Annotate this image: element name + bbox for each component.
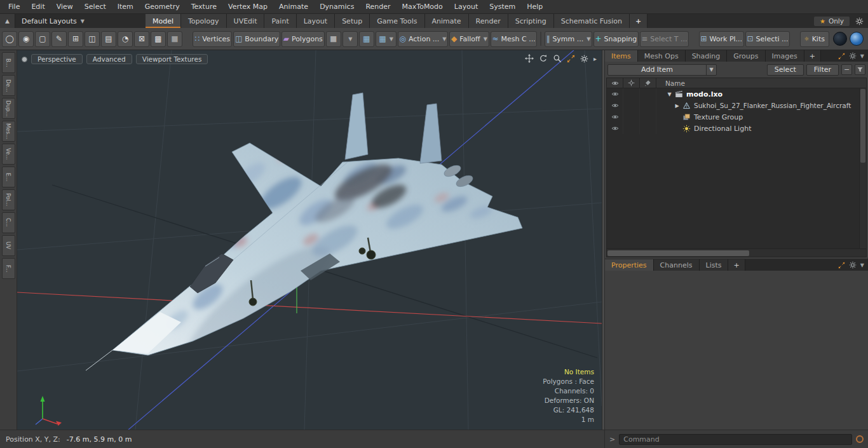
ellipse-tool-icon[interactable]: ◯ bbox=[2, 31, 17, 47]
grid-tool-icon[interactable]: ⊞ bbox=[68, 31, 83, 47]
items-maximize-icon[interactable] bbox=[838, 53, 845, 60]
cube-tool-icon[interactable]: ▢ bbox=[35, 31, 50, 47]
viewport-3d[interactable]: Perspective Advanced Viewport Textures ▸… bbox=[17, 50, 602, 430]
left-tab-deform[interactable]: De... bbox=[2, 75, 15, 96]
disclosure-open-icon[interactable]: ▼ bbox=[665, 92, 674, 97]
tab-animate[interactable]: Animate bbox=[425, 14, 469, 28]
action-center-button[interactable]: ◎Action ...▼ bbox=[398, 31, 447, 47]
item-row-directional-light[interactable]: Directional Light bbox=[607, 123, 866, 134]
left-tab-curves[interactable]: C... bbox=[2, 212, 15, 233]
menu-help[interactable]: Help bbox=[521, 3, 548, 11]
item-label[interactable]: Directional Light bbox=[694, 125, 751, 133]
move-icon[interactable] bbox=[525, 54, 534, 63]
viewport-textures-button[interactable]: Viewport Textures bbox=[136, 54, 208, 64]
tab-uvedit[interactable]: UVEdit bbox=[227, 14, 265, 28]
tab-groups[interactable]: Groups bbox=[727, 50, 765, 62]
uv-map-icon[interactable]: ▦ bbox=[359, 31, 374, 47]
vertices-mode-button[interactable]: ∷Vertices bbox=[193, 31, 232, 47]
polygons-mode-button[interactable]: ▰Polygons bbox=[281, 31, 325, 47]
select-through-button[interactable]: ≡Select T ... bbox=[640, 31, 689, 47]
su27-model[interactable] bbox=[86, 93, 522, 379]
tab-topology[interactable]: Topology bbox=[181, 14, 227, 28]
disclosure-closed-icon[interactable]: ▶ bbox=[673, 103, 681, 109]
visibility-column-icon[interactable] bbox=[607, 78, 623, 88]
filter-funnel-button[interactable] bbox=[855, 64, 865, 75]
shading-mode-button[interactable]: Advanced bbox=[86, 54, 132, 64]
left-tab-edge[interactable]: E... bbox=[2, 166, 15, 187]
menu-item[interactable]: Item bbox=[112, 3, 139, 11]
tab-schematic-fusion[interactable]: Schematic Fusion bbox=[554, 14, 630, 28]
menu-animate[interactable]: Animate bbox=[273, 3, 314, 11]
tab-model[interactable]: Model bbox=[146, 14, 181, 28]
tab-layout[interactable]: Layout bbox=[297, 14, 335, 28]
left-tab-fusion[interactable]: F... bbox=[2, 258, 15, 279]
mode-dropdown-button[interactable]: ▼ bbox=[342, 31, 358, 47]
menu-maxtomodo[interactable]: MaxToModo bbox=[397, 3, 449, 11]
name-column-header[interactable]: Name bbox=[656, 79, 685, 87]
mirror-tool-icon[interactable]: ◫ bbox=[85, 31, 100, 47]
left-tab-basic[interactable]: B... bbox=[2, 52, 15, 73]
menu-edit[interactable]: Edit bbox=[25, 3, 50, 11]
radial-tool-icon[interactable]: ◔ bbox=[118, 31, 133, 47]
tab-items[interactable]: Items bbox=[605, 50, 638, 62]
boundary-mode-button[interactable]: ◫Boundary bbox=[233, 31, 280, 47]
viewport-gear-icon[interactable] bbox=[580, 55, 588, 63]
layout-preset-dropdown[interactable]: Default Layouts ▼ bbox=[15, 14, 91, 28]
snapping-button[interactable]: +Snapping bbox=[593, 31, 639, 47]
viewport-flyout-icon[interactable]: ▸ bbox=[593, 55, 597, 62]
render-column-icon[interactable] bbox=[640, 78, 656, 88]
menu-system[interactable]: System bbox=[484, 3, 521, 11]
tab-game-tools[interactable]: Game Tools bbox=[370, 14, 424, 28]
menu-view[interactable]: View bbox=[51, 3, 79, 11]
zoom-icon[interactable] bbox=[553, 54, 562, 63]
visibility-toggle[interactable] bbox=[607, 100, 623, 111]
items-tab-add[interactable]: + bbox=[804, 50, 821, 62]
tab-paint[interactable]: Paint bbox=[264, 14, 296, 28]
uv-map2-button[interactable]: ▦▼ bbox=[376, 31, 397, 47]
add-item-dropdown[interactable]: Add Item ▼ bbox=[607, 64, 717, 76]
tab-properties[interactable]: Properties bbox=[605, 259, 654, 271]
item-label[interactable]: Texture Group bbox=[694, 113, 743, 121]
visibility-toggle[interactable] bbox=[607, 88, 623, 100]
kits-button[interactable]: Kits bbox=[800, 31, 829, 47]
item-row-scene[interactable]: ▼ modo.lxo bbox=[607, 88, 866, 100]
menu-layout[interactable]: Layout bbox=[449, 3, 484, 11]
item-list-empty-area[interactable] bbox=[607, 134, 866, 248]
menu-select[interactable]: Select bbox=[79, 3, 112, 11]
tab-images[interactable]: Images bbox=[766, 50, 804, 62]
layout-up-icon[interactable]: ▲ bbox=[0, 14, 15, 28]
menu-dynamics[interactable]: Dynamics bbox=[314, 3, 360, 11]
properties-tab-add[interactable]: + bbox=[728, 259, 745, 271]
viewport-canvas[interactable] bbox=[17, 50, 602, 430]
tab-shading[interactable]: Shading bbox=[686, 50, 728, 62]
slice-tool-icon[interactable]: ⊠ bbox=[134, 31, 149, 47]
tab-setup[interactable]: Setup bbox=[335, 14, 370, 28]
maximize-icon[interactable] bbox=[567, 55, 575, 63]
item-list-vscrollbar[interactable] bbox=[859, 88, 866, 248]
left-tab-polygon[interactable]: Pol... bbox=[2, 189, 15, 210]
falloff-button[interactable]: ◆Falloff▼ bbox=[449, 31, 489, 47]
tab-channels[interactable]: Channels bbox=[654, 259, 700, 271]
gear-icon[interactable] bbox=[855, 17, 864, 25]
visibility-toggle[interactable] bbox=[607, 123, 623, 134]
items-flyout-icon[interactable]: ▼ bbox=[860, 53, 864, 59]
hscroll-thumb[interactable] bbox=[607, 250, 749, 256]
menu-geometry[interactable]: Geometry bbox=[139, 3, 186, 11]
left-tab-uv[interactable]: UV bbox=[2, 235, 15, 256]
rotate-icon[interactable] bbox=[539, 54, 548, 63]
properties-maximize-icon[interactable] bbox=[838, 262, 845, 269]
symmetry-button[interactable]: ∥Symm ...▼ bbox=[545, 31, 592, 47]
plane-tool-icon[interactable]: ▤ bbox=[101, 31, 116, 47]
perspective-button[interactable]: Perspective bbox=[31, 54, 83, 64]
tab-scripting[interactable]: Scripting bbox=[508, 14, 554, 28]
tab-mesh-ops[interactable]: Mesh Ops bbox=[638, 50, 686, 62]
item-cube-icon[interactable]: ■ bbox=[167, 31, 182, 47]
mesh-constraint-button[interactable]: ≈Mesh C ... bbox=[491, 31, 537, 47]
item-mode-button[interactable]: ■ bbox=[326, 31, 341, 47]
pin-column-icon[interactable] bbox=[623, 78, 640, 88]
work-plane-button[interactable]: ⊞Work Pl... bbox=[699, 31, 744, 47]
tab-lists[interactable]: Lists bbox=[700, 259, 729, 271]
properties-flyout-icon[interactable]: ▼ bbox=[860, 262, 864, 268]
collapse-all-button[interactable]: − bbox=[841, 64, 852, 75]
item-list-hscrollbar[interactable] bbox=[607, 248, 866, 257]
